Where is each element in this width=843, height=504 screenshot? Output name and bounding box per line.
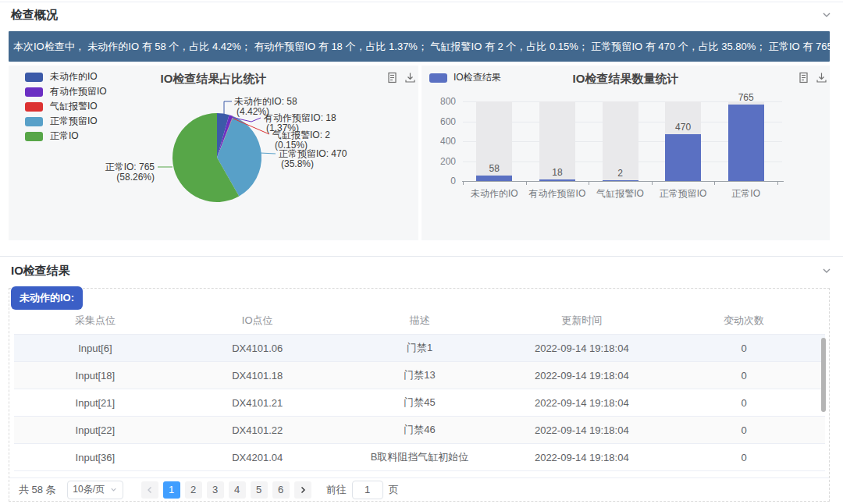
results-container: 采集点位IO点位描述更新时间变动次数 Input[6]DX4101.06门禁12… <box>9 288 830 502</box>
y-axis-tick-label: 400 <box>422 136 456 147</box>
bar[interactable] <box>728 105 764 181</box>
table-cell: DX4101.21 <box>176 397 339 409</box>
table-cell: 2022-09-14 19:18:04 <box>500 370 663 382</box>
chevron-down-icon <box>110 486 117 493</box>
table-row[interactable]: Input[36]DX4201.04B取料阻挡气缸初始位2022-09-14 1… <box>14 444 825 471</box>
legend-label: 正常IO <box>50 130 79 143</box>
bar[interactable] <box>476 176 512 181</box>
legend-label: 未动作的IO <box>50 70 98 83</box>
x-axis-tick <box>526 181 527 185</box>
y-axis-tick-label: 800 <box>422 96 456 107</box>
table-cell: 2022-09-14 19:18:04 <box>500 397 663 409</box>
table-row[interactable]: Input[6]DX4101.06门禁12022-09-14 19:18:040 <box>14 335 825 362</box>
pie-slice[interactable] <box>217 116 261 197</box>
y-axis-tick-label: 600 <box>422 116 456 127</box>
chevron-down-icon[interactable] <box>821 9 832 20</box>
page-button-6[interactable]: 6 <box>272 481 290 499</box>
pie-legend-item[interactable]: 有动作预留IO <box>25 84 107 99</box>
download-icon[interactable] <box>404 72 416 83</box>
chevron-right-icon <box>299 486 307 494</box>
result-type-badge[interactable]: 未动作的IO: <box>11 286 83 310</box>
table-header-row: 采集点位IO点位描述更新时间变动次数 <box>14 307 825 335</box>
next-page-button[interactable] <box>294 481 311 499</box>
table-cell: 0 <box>663 370 825 382</box>
table-cell: 0 <box>663 397 825 409</box>
table-scrollbar[interactable] <box>821 338 826 412</box>
table-cell: Input[21] <box>14 397 176 409</box>
pagination-bar: 共 58 条 10条/页 123456 前往 页 <box>9 477 829 501</box>
table-cell: 2022-09-14 19:18:04 <box>500 424 663 436</box>
bar[interactable] <box>665 134 701 181</box>
pie-chart-toolbar <box>386 72 416 83</box>
data-view-icon[interactable] <box>386 72 398 83</box>
pie-data-label: (0.15%) <box>275 140 308 151</box>
goto-page-input[interactable] <box>352 481 383 499</box>
legend-swatch <box>25 73 43 82</box>
pie-label-line <box>260 153 276 154</box>
page-button-3[interactable]: 3 <box>207 481 224 499</box>
x-axis-line <box>462 181 784 182</box>
table-column-header: 变动次数 <box>663 314 825 328</box>
pie-legend-item[interactable]: 未动作的IO <box>25 69 107 84</box>
goto-label: 前往 <box>326 483 347 497</box>
bar[interactable] <box>539 179 575 181</box>
legend-swatch <box>25 117 43 126</box>
pie-slice[interactable] <box>217 116 233 158</box>
table-body: Input[6]DX4101.06门禁12022-09-14 19:18:040… <box>14 335 825 471</box>
x-axis-tick <box>463 181 464 185</box>
page-button-4[interactable]: 4 <box>229 481 246 499</box>
page-size-value: 10条/页 <box>73 483 105 496</box>
legend-swatch <box>25 102 43 112</box>
pie-data-label: 正常IO: 765 <box>105 161 155 172</box>
pie-legend-item[interactable]: 正常IO <box>25 129 107 144</box>
x-axis-category-label: 正常IO <box>711 187 781 201</box>
pie-legend: 未动作的IO有动作预留IO气缸报警IO正常预留IO正常IO <box>25 69 107 144</box>
data-view-icon[interactable] <box>798 72 809 83</box>
results-collapse-header[interactable]: IO检查结果 <box>11 261 832 281</box>
pie-data-label: 有动作预留IO: 18 <box>263 112 336 123</box>
pie-legend-item[interactable]: 气缸报警IO <box>25 99 107 114</box>
pie-data-label: (4.42%) <box>237 106 269 117</box>
page-size-select[interactable]: 10条/页 <box>67 481 123 499</box>
table-row[interactable]: Input[18]DX4101.18门禁132022-09-14 19:18:0… <box>14 362 825 389</box>
top-border <box>0 2 843 2</box>
table-row[interactable]: Input[21]DX4101.21门禁452022-09-14 19:18:0… <box>14 389 825 417</box>
download-icon[interactable] <box>816 72 827 83</box>
bar-chart-toolbar <box>798 72 827 83</box>
bar[interactable] <box>603 180 638 181</box>
table-cell: Input[6] <box>14 343 176 354</box>
pie-data-label: (1.37%) <box>266 122 299 133</box>
x-axis-category-label: 气缸报警IO <box>585 187 656 201</box>
bar-value-label: 18 <box>534 167 581 178</box>
prev-page-button[interactable] <box>141 481 158 499</box>
table-cell: 2022-09-14 19:18:04 <box>500 343 663 354</box>
pie-data-label: (35.8%) <box>281 158 314 169</box>
table-cell: Input[18] <box>14 370 176 382</box>
y-axis-tick-label: 0 <box>422 176 456 186</box>
pie-slice[interactable] <box>217 113 229 158</box>
page-button-1[interactable]: 1 <box>163 481 180 499</box>
pie-slice[interactable] <box>217 115 233 158</box>
pagination-total: 共 58 条 <box>19 483 56 497</box>
legend-swatch <box>25 87 43 97</box>
pie-legend-item[interactable]: 正常预留IO <box>25 114 107 129</box>
bar-legend[interactable]: IO检查结果 <box>429 70 501 85</box>
page-button-2[interactable]: 2 <box>185 481 202 499</box>
pie-label-line <box>224 101 232 115</box>
overview-collapse-header[interactable]: 检查概况 <box>11 5 832 25</box>
table-column-header: 更新时间 <box>500 314 663 328</box>
page-button-5[interactable]: 5 <box>251 481 268 499</box>
table-cell: 0 <box>663 343 825 354</box>
x-axis-tick <box>777 181 778 185</box>
section-divider <box>0 256 843 257</box>
pie-slice[interactable] <box>173 113 239 202</box>
x-axis-tick <box>714 181 715 185</box>
table-cell: 门禁46 <box>339 423 501 437</box>
table-row[interactable]: Input[22]DX4101.22门禁462022-09-14 19:18:0… <box>14 417 825 444</box>
x-axis-tick <box>589 181 589 185</box>
bar-legend-label: IO检查结果 <box>454 71 501 84</box>
legend-label: 气缸报警IO <box>50 100 98 113</box>
goto-unit: 页 <box>389 483 399 497</box>
legend-swatch <box>25 132 43 141</box>
chevron-down-icon[interactable] <box>821 265 832 276</box>
